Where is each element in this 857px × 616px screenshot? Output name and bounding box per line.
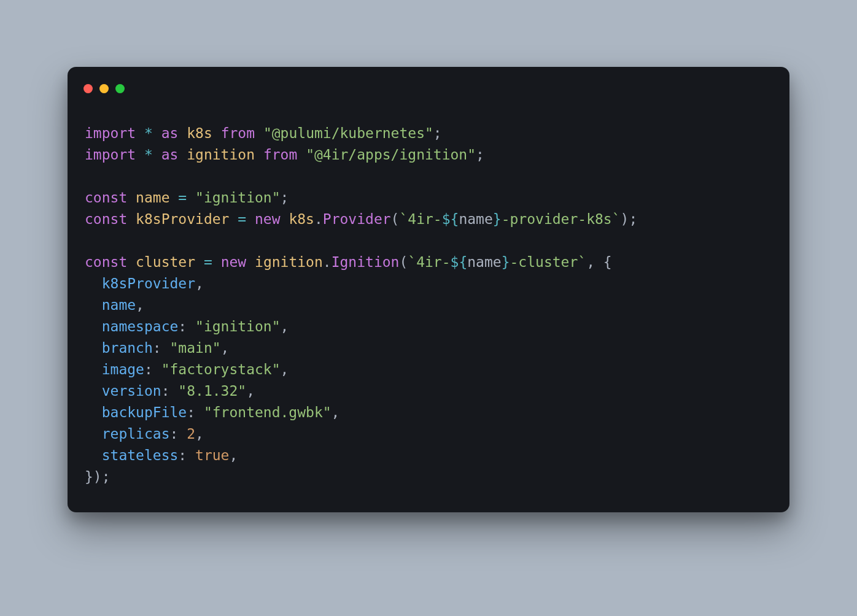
token-punc: ); <box>621 211 638 227</box>
token-str: "ignition" <box>195 190 280 206</box>
code-window: import * as k8s from "@pulumi/kubernetes… <box>68 67 789 512</box>
token-plain: name <box>467 254 501 270</box>
token-tmplbr: ${ <box>442 211 459 227</box>
token-str: "frontend.gwbk" <box>204 404 332 420</box>
token-kw: import <box>85 147 136 163</box>
token-punc: , <box>281 318 289 334</box>
code-line: backupFile: "frontend.gwbk", <box>85 402 772 423</box>
token-punc: ( <box>399 254 408 270</box>
token-punc: . <box>323 254 332 270</box>
token-str: "8.1.32" <box>178 383 246 399</box>
token-punc: . <box>314 211 323 227</box>
token-punc <box>255 125 263 141</box>
token-punc: , <box>229 447 238 463</box>
token-punc: , <box>195 275 204 291</box>
token-ident: cluster <box>136 254 195 270</box>
token-punc <box>170 190 179 206</box>
token-ident2: namespace <box>102 318 179 334</box>
token-ident: k8sProvider <box>136 211 229 227</box>
token-ident: name <box>136 190 169 206</box>
token-bool: true <box>195 447 229 463</box>
token-ident: ignition <box>255 254 323 270</box>
token-tmpl: -cluster` <box>510 254 587 270</box>
token-ident2: backupFile <box>102 404 187 420</box>
code-line: stateless: true, <box>85 445 772 466</box>
token-ident2: name <box>102 297 136 313</box>
token-kw: as <box>161 147 179 163</box>
token-call: Provider <box>323 211 391 227</box>
token-punc: : <box>178 447 195 463</box>
token-ident: k8s <box>187 125 212 141</box>
token-punc <box>246 254 255 270</box>
token-punc: }); <box>85 469 111 485</box>
token-punc <box>85 447 102 463</box>
token-punc: ( <box>391 211 400 227</box>
token-str: "@4ir/apps/ignition" <box>306 147 476 163</box>
token-punc <box>212 254 221 270</box>
token-punc: ; <box>281 190 289 206</box>
token-ident: ignition <box>187 147 255 163</box>
code-line <box>85 230 772 252</box>
token-punc <box>127 254 136 270</box>
code-line <box>85 166 772 187</box>
token-punc <box>85 361 102 377</box>
token-punc: : <box>178 318 195 334</box>
minimize-icon[interactable] <box>99 84 109 93</box>
token-punc <box>178 125 187 141</box>
token-punc: , <box>136 297 144 313</box>
token-punc <box>255 147 263 163</box>
token-punc <box>212 125 221 141</box>
token-ident2: version <box>102 383 161 399</box>
token-punc <box>85 340 102 356</box>
token-punc <box>136 147 144 163</box>
token-punc <box>153 125 161 141</box>
token-op: * <box>144 147 153 163</box>
code-line: const name = "ignition"; <box>85 187 772 209</box>
token-kw: from <box>263 147 297 163</box>
token-punc: , <box>281 361 289 377</box>
token-punc <box>85 275 102 291</box>
token-ident: k8s <box>289 211 314 227</box>
code-line: image: "factorystack", <box>85 359 772 380</box>
token-tmplbr: } <box>502 254 510 270</box>
token-ident2: branch <box>102 340 153 356</box>
token-tmplbr: } <box>493 211 502 227</box>
token-punc: : <box>144 361 161 377</box>
token-punc <box>229 211 238 227</box>
token-kw: new <box>221 254 247 270</box>
token-punc: : <box>169 426 187 442</box>
token-punc: , <box>221 340 230 356</box>
token-punc: , { <box>586 254 612 270</box>
token-kw: const <box>85 190 127 206</box>
token-kw: const <box>85 211 127 227</box>
token-punc <box>85 404 102 420</box>
token-punc <box>85 297 102 313</box>
token-punc <box>195 254 204 270</box>
token-punc: ; <box>476 147 484 163</box>
token-op: = <box>204 254 212 270</box>
token-punc <box>178 147 187 163</box>
code-line: k8sProvider, <box>85 273 772 295</box>
close-icon[interactable] <box>83 84 93 93</box>
token-kw: const <box>85 254 127 270</box>
token-punc <box>246 211 255 227</box>
token-op: = <box>178 190 187 206</box>
code-line: import * as ignition from "@4ir/apps/ign… <box>85 144 772 166</box>
code-line: namespace: "ignition", <box>85 316 772 337</box>
fullscreen-icon[interactable] <box>115 84 125 93</box>
token-punc: : <box>187 404 204 420</box>
token-punc <box>127 190 136 206</box>
code-line: import * as k8s from "@pulumi/kubernetes… <box>85 123 772 144</box>
token-kw: from <box>221 125 255 141</box>
code-line: name, <box>85 295 772 316</box>
token-punc: : <box>161 383 179 399</box>
token-ident2: replicas <box>102 426 170 442</box>
token-ident2: image <box>102 361 144 377</box>
token-punc <box>85 426 102 442</box>
code-line: version: "8.1.32", <box>85 380 772 402</box>
code-line: replicas: 2, <box>85 423 772 445</box>
token-punc: : <box>153 340 170 356</box>
token-plain: name <box>459 211 492 227</box>
token-ident2: stateless <box>102 447 179 463</box>
token-ident2: k8sProvider <box>102 275 195 291</box>
